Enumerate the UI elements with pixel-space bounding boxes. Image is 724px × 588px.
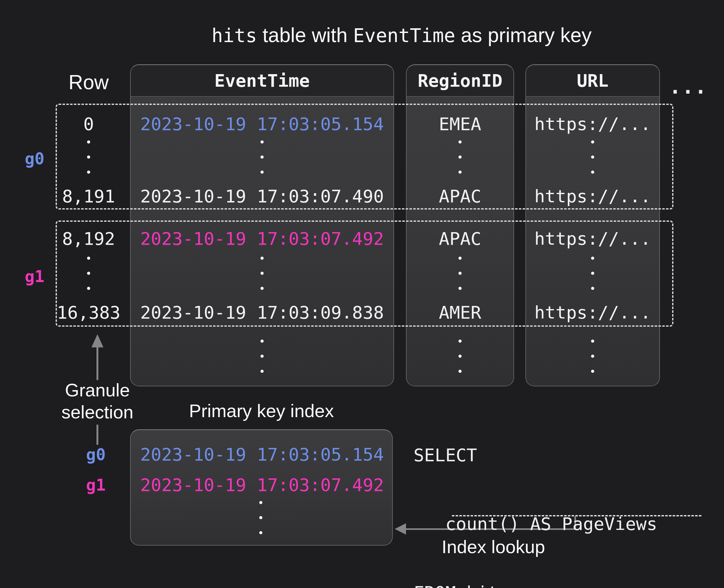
title-part-primary-key: as primary key (455, 24, 592, 46)
column-header-url: URL (526, 65, 659, 97)
primary-key-index-title: Primary key index (130, 400, 393, 422)
column-header-eventtime: EventTime (131, 65, 393, 97)
granule-1-label: g1 (13, 266, 57, 288)
index-lookup-arrowhead-icon (395, 523, 406, 534)
regionid-value: APAC (397, 228, 523, 250)
granule-0-label: g0 (13, 148, 57, 170)
column-eventtime: EventTime (130, 64, 394, 386)
ellipsis-dots (87, 141, 90, 174)
regionid-value: EMEA (397, 113, 523, 135)
row-number: 8,192 (26, 228, 151, 250)
row-number: 16,383 (26, 301, 151, 323)
more-columns-ellipsis: ... (669, 77, 708, 97)
index-entry-value-g0: 2023-10-19 17:03:05.154 (137, 443, 388, 465)
ellipsis-dots (259, 501, 262, 534)
granule-selection-arrow-line (97, 347, 98, 380)
row-column-header: Row (41, 71, 136, 93)
diagram-title: hits table with EventTime as primary key (130, 23, 674, 47)
column-regionid: RegionID (406, 64, 514, 386)
sql-query: SELECT count() AS PageViews FROM hits WH… (414, 398, 700, 588)
regionid-value: APAC (397, 185, 523, 207)
ellipsis-dots (591, 257, 594, 290)
eventtime-value: 2023-10-19 17:03:07.492 (137, 228, 388, 250)
column-url: URL (525, 64, 660, 386)
row-number: 8,191 (26, 185, 151, 207)
regionid-value: AMER (397, 301, 523, 323)
ellipsis-dots (458, 339, 462, 373)
url-value: https://... (530, 301, 656, 323)
sql-line: count() AS PageViews (414, 512, 700, 535)
eventtime-value: 2023-10-19 17:03:09.838 (137, 301, 388, 323)
url-value: https://... (530, 228, 656, 250)
title-part-table-with: table with (257, 24, 353, 46)
ellipsis-dots (458, 141, 462, 174)
title-part-hits: hits (211, 24, 257, 46)
index-entry-label-g1: g1 (64, 474, 127, 496)
url-value: https://... (530, 113, 656, 135)
eventtime-value: 2023-10-19 17:03:05.154 (137, 113, 388, 135)
sql-line: SELECT (414, 443, 700, 466)
index-entry-label-g0: g0 (64, 443, 127, 465)
ellipsis-dots (261, 339, 264, 373)
ellipsis-dots (591, 339, 594, 373)
ellipsis-dots (261, 141, 264, 174)
sql-line: FROM hits (414, 581, 700, 588)
url-value: https://... (530, 185, 656, 207)
ellipsis-dots (591, 141, 594, 174)
granule-selection-arrowhead-icon (91, 334, 103, 348)
title-part-eventtime: EventTime (353, 24, 455, 46)
granule-selection-arrow-tail (97, 425, 98, 445)
column-header-regionid: RegionID (407, 65, 514, 97)
ellipsis-dots (87, 257, 90, 290)
primary-key-diagram: hits table with EventTime as primary key… (0, 0, 724, 588)
index-entry-value-g1: 2023-10-19 17:03:07.492 (137, 474, 388, 496)
ellipsis-dots (458, 257, 462, 290)
row-number: 0 (26, 113, 151, 135)
ellipsis-dots (261, 257, 264, 290)
eventtime-value: 2023-10-19 17:03:07.490 (137, 185, 388, 207)
